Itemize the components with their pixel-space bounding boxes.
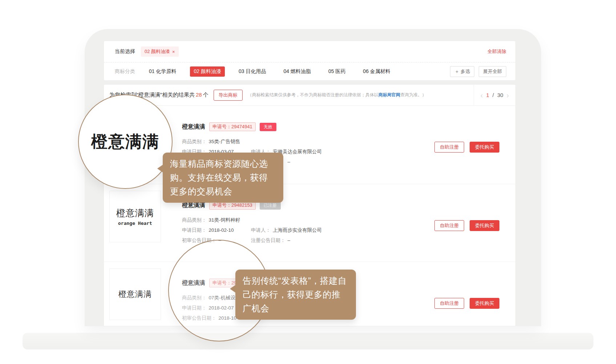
reg-bulletin-line: 注册公告日期：– bbox=[251, 237, 290, 244]
magnified-trademark-text: 橙意满满 bbox=[91, 131, 159, 153]
category-value: 31类-饲料种籽 bbox=[209, 217, 240, 223]
category-value: 35类-广告销售 bbox=[209, 139, 240, 144]
prev-page-icon[interactable]: ‹ bbox=[481, 92, 483, 99]
results-header: 为您检索到“橙意满满”相关的结果共28个 导出商标 （商标检索结果仅供参考，不作… bbox=[104, 85, 515, 106]
page-canvas: 当前选择 02 颜料油漆 × 全部清除 商标分类 01 化学原料 02 颜料油漆… bbox=[0, 0, 616, 364]
selected-filter-chip[interactable]: 02 颜料油漆 × bbox=[141, 46, 179, 57]
selected-filter-text: 02 颜料油漆 bbox=[145, 48, 170, 55]
next-page-icon[interactable]: › bbox=[507, 92, 509, 99]
results-count: 28 bbox=[196, 92, 202, 98]
current-selection-bar: 当前选择 02 颜料油漆 × 全部清除 bbox=[104, 41, 515, 62]
tab-category-02[interactable]: 02 颜料油漆 bbox=[190, 66, 224, 77]
applicant-line: 申请人：上海雨步实业有限公司 bbox=[251, 227, 322, 234]
trademark-title-line: 橙意满满 申请号：29474941 无效 bbox=[182, 122, 276, 131]
laptop-base bbox=[23, 333, 593, 349]
expand-all-button[interactable]: 展开全部 bbox=[479, 66, 506, 77]
applicant-label: 申请人： bbox=[251, 227, 271, 233]
self-register-button[interactable]: 自助注册 bbox=[434, 298, 464, 309]
promo-callout-1: 海量精品商标资源随心选购。支持在线交易，获得更多的交易机会 bbox=[163, 153, 283, 203]
status-badge: 无效 bbox=[260, 123, 276, 131]
clear-all-button[interactable]: 全部清除 bbox=[487, 48, 506, 55]
entrust-purchase-button[interactable]: 委托购买 bbox=[470, 298, 499, 309]
category-filter-label: 商标分类 bbox=[115, 68, 135, 75]
magnifier-circle: 橙意满满 bbox=[78, 94, 173, 189]
self-register-button[interactable]: 自助注册 bbox=[434, 220, 464, 231]
row-actions: 自助注册 委托购买 bbox=[434, 298, 499, 309]
reg-bulletin-label: 注册公告日期： bbox=[251, 238, 285, 243]
export-trademarks-button[interactable]: 导出商标 bbox=[214, 90, 243, 101]
tab-category-04[interactable]: 04 燃料油脂 bbox=[280, 66, 314, 77]
page-separator: / bbox=[493, 92, 494, 98]
pagination: ‹ 1 / 30 › bbox=[474, 85, 515, 105]
entrust-purchase-button[interactable]: 委托购买 bbox=[470, 142, 499, 153]
tab-category-03[interactable]: 03 日化用品 bbox=[235, 66, 270, 77]
application-number-label: 申请号： bbox=[212, 202, 231, 208]
disclaimer-pre: （商标检索结果仅供参考，不作为商标能否注册的法律依据；具体以 bbox=[248, 92, 378, 97]
current-selection-label: 当前选择 bbox=[115, 48, 135, 55]
category-line: 商品类别：31类-饲料种籽 bbox=[182, 217, 240, 223]
category-label: 商品类别： bbox=[182, 217, 207, 223]
tab-category-05[interactable]: 05 医药 bbox=[325, 66, 349, 77]
promo-callout-1-text: 海量精品商标资源随心选购。支持在线交易，获得更多的交易机会 bbox=[170, 159, 268, 196]
category-actions: ＋ 多选 展开全部 bbox=[450, 66, 506, 77]
results-count-unit: 个 bbox=[203, 92, 208, 98]
promo-callout-2: 告别传统“发表格”，搭建自己的标行，获得更多的推广机会 bbox=[235, 270, 356, 320]
application-number-tag: 申请号：29474941 bbox=[209, 122, 256, 131]
reg-bulletin-value: – bbox=[288, 159, 291, 165]
trademark-image-subtext: orange Heart bbox=[118, 221, 152, 226]
category-tabs-bar: 商标分类 01 化学原料 02 颜料油漆 03 日化用品 04 燃料油脂 05 … bbox=[104, 62, 515, 81]
apply-date-label: 申请日期： bbox=[182, 227, 207, 233]
category-line: 商品类别：35类-广告销售 bbox=[182, 138, 240, 145]
trademark-image-text: 橙意满满 bbox=[116, 207, 154, 219]
apply-date-value: 2018-02-10 bbox=[209, 227, 234, 233]
trademark-image: 橙意满满 bbox=[109, 268, 161, 320]
entrust-purchase-button[interactable]: 委托购买 bbox=[470, 220, 499, 231]
trademark-office-link[interactable]: 商标局官网 bbox=[378, 92, 400, 97]
multi-select-button[interactable]: ＋ 多选 bbox=[450, 66, 474, 77]
category-label: 商品类别： bbox=[182, 139, 207, 144]
trademark-name: 橙意满满 bbox=[182, 123, 205, 131]
disclaimer-text: （商标检索结果仅供参考，不作为商标能否注册的法律依据；具体以商标局官网查询为准。… bbox=[248, 92, 426, 98]
reg-bulletin-value: – bbox=[288, 238, 291, 243]
remove-filter-icon[interactable]: × bbox=[172, 49, 175, 54]
trademark-image: 橙意满满 orange Heart bbox=[109, 191, 161, 242]
self-register-button[interactable]: 自助注册 bbox=[434, 142, 464, 153]
trademark-image-text: 橙意满满 bbox=[118, 289, 152, 300]
disclaimer-post: 查询为准。） bbox=[400, 92, 426, 97]
application-number-value: 29474941 bbox=[231, 124, 252, 129]
application-number-value: 29482153 bbox=[231, 202, 252, 208]
filter-panel: 当前选择 02 颜料油漆 × 全部清除 商标分类 01 化学原料 02 颜料油漆… bbox=[104, 41, 516, 81]
row-actions: 自助注册 委托购买 bbox=[434, 220, 499, 231]
apply-date-line: 申请日期：2018-02-10 bbox=[182, 227, 234, 234]
tab-category-06[interactable]: 06 金属材料 bbox=[359, 66, 394, 77]
applicant-value: 上海雨步实业有限公司 bbox=[273, 227, 322, 233]
promo-callout-2-text: 告别传统“发表格”，搭建自己的标行，获得更多的推广机会 bbox=[243, 276, 346, 313]
current-page: 1 bbox=[486, 92, 489, 98]
tab-category-01[interactable]: 01 化学原料 bbox=[145, 66, 180, 77]
application-number-label: 申请号： bbox=[212, 124, 231, 129]
row-actions: 自助注册 委托购买 bbox=[434, 142, 499, 153]
total-pages: 30 bbox=[497, 92, 503, 98]
